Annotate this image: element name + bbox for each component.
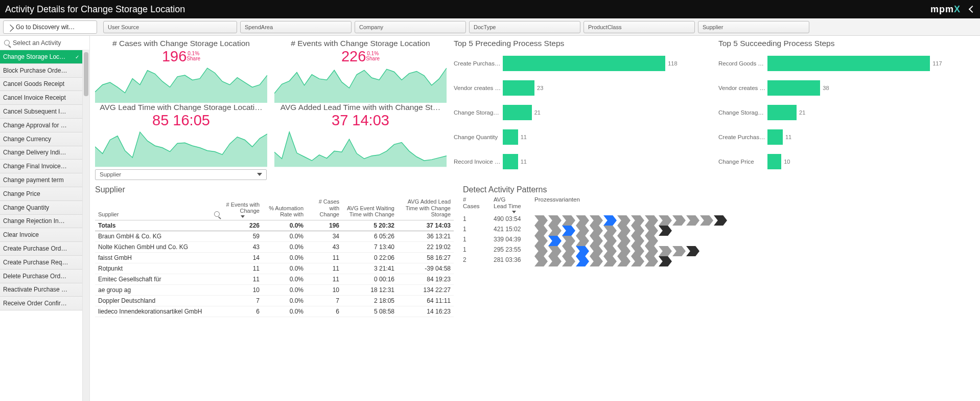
cell: 64 11:11 [398,295,454,306]
filter-company[interactable]: Company [355,21,466,33]
activity-item[interactable]: Cancel Invoice Receipt [0,91,82,105]
chevron-icon [576,256,589,266]
table-row[interactable]: Rotpunkt110.0%113 21:41-39 04:58 [95,263,454,274]
col-supplier[interactable]: Supplier [95,196,223,220]
chevron-icon [603,236,617,246]
cell: liedeco Innendekorationsartikel GmbH [95,306,223,317]
chevron-icon [617,215,631,226]
table-row[interactable]: Totals2260.0%1965 20:3237 14:03 [95,220,454,231]
activity-item[interactable]: Cancel Goods Receipt [0,78,82,92]
goto-discovery-button[interactable]: Go to Discovery wit… [3,20,97,34]
filter-productclass[interactable]: ProductClass [584,21,695,33]
activity-item[interactable]: Clear Invoice [0,228,82,242]
table-row[interactable]: Nolte Küchen GmbH und Co. KG430.0%437 13… [95,241,454,252]
pattern-variant[interactable] [534,256,976,266]
table-row[interactable]: ae group ag100.0%1018 12:31134 22:27 [95,284,454,295]
table-row[interactable]: Braun GmbH & Co. KG590.0%346 05:2636 13:… [95,231,454,241]
filter-bar: Go to Discovery wit… User Source SpendAr… [0,18,980,36]
chevron-icon [659,246,672,256]
chevron-left-icon[interactable] [969,6,976,13]
table-row[interactable]: liedeco Innendekorationsartikel GmbH60.0… [95,306,454,317]
activity-item[interactable]: Change Approval for … [0,119,82,132]
table-row[interactable]: Doppler Deutschland70.0%72 18:0564 11:11 [95,295,454,306]
bar-track: 11 [503,154,711,169]
pattern-variant[interactable] [534,215,976,226]
cell: Nolte Küchen GmbH und Co. KG [95,241,223,252]
bar-track: 11 [767,129,976,145]
activity-item[interactable]: Delete Purchase Ord… [0,270,82,283]
bar-row[interactable]: Change Storag…21 [718,100,976,125]
search-icon[interactable] [214,211,220,217]
scrollbar-thumb[interactable] [84,52,88,96]
filter-spendarea[interactable]: SpendArea [240,21,352,33]
pattern-header[interactable]: Prozessvarianten [534,196,976,215]
bar-label: Change Price [718,159,767,165]
cell: 11 [307,263,342,274]
activity-item[interactable]: Block Purchase Orde… [0,64,82,78]
filter-usersource[interactable]: User Source [103,21,237,33]
activity-item[interactable]: Change Delivery Indi… [0,146,82,160]
col-auto[interactable]: % Automation Rate with [263,196,307,220]
pattern-cases: 2 [463,256,494,266]
bar-track: 10 [767,154,976,169]
pattern-variant[interactable] [534,246,976,256]
activity-item[interactable]: Create Purchase Req… [0,256,82,270]
bar-track: 11 [503,129,711,145]
col-cases[interactable]: # Cases with Change [307,196,342,220]
brand-logo: mpmX [930,4,961,15]
chevron-icon [659,215,672,226]
filter-doctype[interactable]: DocType [469,21,580,33]
check-icon [75,53,79,60]
activity-item-selected[interactable]: Change Storage Loc… [0,50,82,64]
activity-item[interactable]: Create Purchase Ord… [0,242,82,256]
chevron-icon [672,215,686,226]
bar-label: Vendor creates … [454,85,503,91]
bar-row[interactable]: Record Invoice …11 [454,149,711,174]
bar-row[interactable]: Create Purchas…118 [454,51,711,76]
chevron-icon [534,246,548,256]
col-wait[interactable]: AVG Event Waiting Time with Change [342,196,398,220]
goto-label: Go to Discovery wit… [16,24,75,31]
section-title: Detect Activity Patterns [463,185,976,194]
activity-item[interactable]: Change Price [0,187,82,201]
card-value: 2260.1%Share [274,49,447,64]
activity-item[interactable]: Change Currency [0,132,82,146]
dimension-dropdown[interactable]: Supplier [95,169,267,180]
activity-item[interactable]: Reactivate Purchase … [0,283,82,297]
bar-row[interactable]: Record Goods …117 [718,51,976,76]
cell: 5 20:32 [342,220,398,231]
caret-down-icon [257,173,262,176]
activity-item[interactable]: Receive Order Confir… [0,297,82,310]
pattern-variant[interactable] [534,226,976,236]
bar-row[interactable]: Change Storag…21 [454,100,711,125]
bar-fill [767,154,781,169]
activity-item[interactable]: Change Quantity [0,201,82,215]
activity-item[interactable]: Change Rejection In… [0,215,82,229]
sidebar-title: Select an Activity [13,39,61,47]
filter-supplier[interactable]: Supplier [698,21,809,33]
scrollbar[interactable] [83,50,89,401]
activity-item[interactable]: Change Final Invoice… [0,160,82,173]
bar-row[interactable]: Change Price10 [718,149,976,174]
table-row[interactable]: Emitec Gesellschaft für110.0%110 00:1684… [95,274,454,284]
chevron-icon [576,215,589,226]
bar-row[interactable]: Change Quantity11 [454,125,711,149]
col-added[interactable]: AVG Added Lead Time with Change Storage [398,196,454,220]
pattern-header[interactable]: #Cases [463,196,494,215]
pattern-variant[interactable] [534,236,976,246]
chevron-icon [548,236,562,246]
cell: Emitec Gesellschaft für [95,274,223,284]
pattern-header[interactable]: AVGLead Time [494,196,534,215]
col-events[interactable]: # Events with Change [223,196,263,220]
bar-row[interactable]: Vendor creates …23 [454,76,711,100]
table-row[interactable]: faisst GmbH140.0%110 22:0658 16:27 [95,252,454,263]
sidebar-header[interactable]: Select an Activity [0,36,89,50]
activity-item[interactable]: Cancel Subsequent I… [0,105,82,119]
card-title: # Events with Change Storage Location [274,39,447,48]
chevron-icon [714,215,727,226]
cell: 6 05:26 [342,231,398,241]
bar-row[interactable]: Vendor creates …38 [718,76,976,100]
activity-item[interactable]: Change payment term [0,173,82,187]
cell: 84 19:23 [398,274,454,284]
bar-row[interactable]: Create Purchas…11 [718,125,976,149]
